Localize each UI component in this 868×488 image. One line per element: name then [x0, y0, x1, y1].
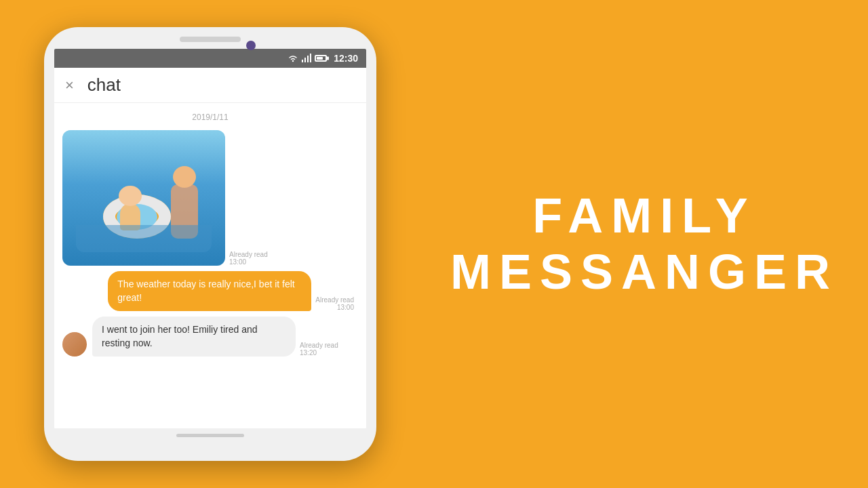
app-title-line2: MESSANGER: [450, 244, 838, 300]
date-separator: 2019/1/11: [62, 110, 358, 125]
image-message-meta: Already read 13:00: [229, 251, 268, 266]
image-bubble: [62, 130, 225, 266]
avatar-image: [62, 332, 87, 357]
pool-scene: [76, 144, 212, 252]
wifi-icon: [288, 54, 298, 62]
home-indicator: [176, 434, 244, 437]
avatar: [62, 332, 87, 357]
status-bar: 12:30: [54, 49, 366, 68]
incoming-meta: Already read 13:20: [300, 342, 338, 357]
phone-camera: [246, 41, 256, 50]
image-time: 13:00: [229, 258, 246, 266]
phone-mockup: 12:30 × chat 2019/1/11: [0, 0, 420, 488]
status-time: 12:30: [334, 53, 358, 64]
outgoing-message-row: Already read 13:00 The weather today is …: [62, 271, 358, 311]
signal-icon: [302, 54, 311, 62]
baby-head: [119, 186, 142, 206]
incoming-read-status: Already read: [300, 342, 338, 349]
image-read-status: Already read: [229, 251, 268, 258]
adult-head: [173, 166, 196, 188]
chat-header: × chat: [54, 68, 366, 103]
phone-body: 12:30 × chat 2019/1/11: [44, 27, 376, 461]
outgoing-time: 13:00: [337, 304, 354, 311]
close-button[interactable]: ×: [65, 77, 74, 94]
phone-screen: 12:30 × chat 2019/1/11: [54, 49, 366, 428]
incoming-bubble: I went to join her too! Emiliy tired and…: [92, 317, 296, 357]
incoming-message-row: I went to join her too! Emiliy tired and…: [62, 317, 358, 357]
pool-image: [62, 130, 225, 266]
outgoing-bubble-wrapper: The weather today is really nice,I bet i…: [108, 271, 311, 311]
status-icons: [288, 54, 327, 62]
incoming-bubble-wrapper: I went to join her too! Emiliy tired and…: [92, 317, 296, 357]
phone-speaker: [180, 37, 241, 42]
water-ripple: [76, 225, 212, 252]
incoming-time: 13:20: [300, 349, 317, 357]
outgoing-read-status: Already read: [315, 296, 354, 304]
right-panel: FAMILY MESSANGER: [420, 161, 868, 327]
image-message-wrapper: [62, 130, 225, 266]
app-title: FAMILY MESSANGER: [450, 188, 838, 300]
chat-title: chat: [87, 75, 121, 96]
chat-messages: 2019/1/11: [54, 103, 366, 428]
outgoing-bubble: The weather today is really nice,I bet i…: [108, 271, 311, 311]
message-row: Already read 13:00: [62, 130, 358, 266]
battery-icon: [315, 55, 327, 62]
outgoing-meta: Already read 13:00: [315, 296, 354, 311]
app-title-line1: FAMILY: [450, 188, 838, 244]
